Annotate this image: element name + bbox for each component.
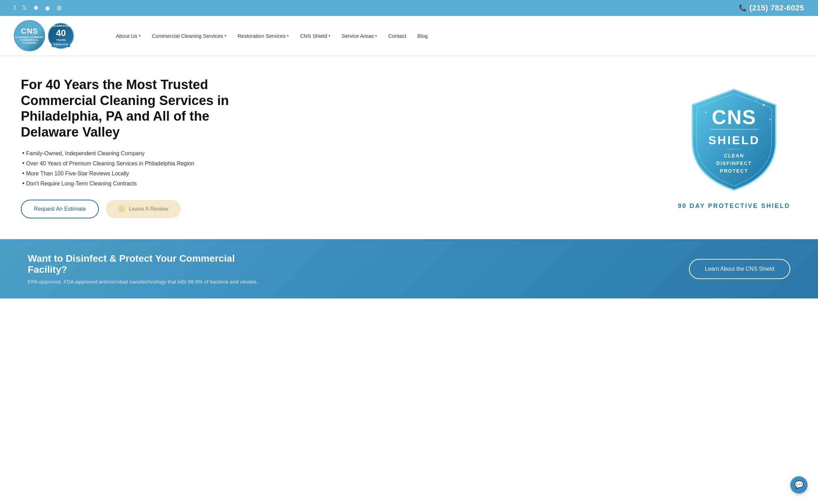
hero-content: For 40 Years the Most Trusted Commercial… bbox=[21, 77, 246, 218]
header: CNS CLEANING COMPANY COMMERCIAL CLEANING… bbox=[0, 16, 818, 56]
cns-shield-chevron-icon: ▾ bbox=[329, 34, 331, 38]
nav-blog[interactable]: Blog bbox=[412, 30, 433, 42]
restoration-chevron-icon: ▾ bbox=[287, 34, 289, 38]
shield-graphic: ✦ ✦ ✦ ✦ CNS SHIELD CLEAN DISFINFECT PROT… bbox=[685, 86, 783, 197]
business-icon[interactable]: ⊞ bbox=[57, 4, 62, 12]
logo-cleaning-text: CLEANING COMPANY bbox=[15, 36, 44, 39]
nav-contact[interactable]: Contact bbox=[383, 30, 411, 42]
leave-review-button[interactable]: Leave A Review bbox=[106, 200, 181, 218]
logo-celebrating-text: CELEBRATING bbox=[51, 24, 71, 28]
phone-area[interactable]: 📞 (215) 782-6025 bbox=[739, 3, 804, 12]
bullet-3: More Than 100 Five-Star Reviews Locally bbox=[21, 170, 246, 177]
whatsapp-icon[interactable]: ◉ bbox=[45, 4, 50, 12]
banner-left: Want to Disinfect & Protect Your Commerc… bbox=[28, 253, 271, 285]
top-bar: f 𝕏 ✺ ◉ ⊞ 📞 (215) 782-6025 bbox=[0, 0, 818, 16]
banner-subtitle: EPA approved, FDA-approved antimicrobial… bbox=[28, 279, 271, 285]
yelp-icon[interactable]: ✺ bbox=[33, 4, 39, 12]
nav-cns-shield[interactable]: CNS Shield ▾ bbox=[295, 30, 335, 42]
svg-text:✦: ✦ bbox=[755, 99, 757, 102]
commercial-chevron-icon: ▾ bbox=[224, 34, 227, 38]
logo-40-text: 40 bbox=[56, 28, 66, 38]
about-chevron-icon: ▾ bbox=[139, 34, 141, 38]
bullet-4: Don't Require Long-Term Cleaning Contrac… bbox=[21, 180, 246, 187]
main-nav: About Us ▾ Commercial Cleaning Services … bbox=[111, 30, 804, 42]
hero-section: For 40 Years the Most Trusted Commercial… bbox=[0, 56, 818, 239]
hero-buttons: Request An Estimate Leave A Review bbox=[21, 200, 246, 218]
svg-text:SHIELD: SHIELD bbox=[708, 133, 760, 147]
facebook-icon[interactable]: f bbox=[14, 5, 16, 12]
svg-text:✦: ✦ bbox=[769, 118, 772, 121]
service-areas-chevron-icon: ▾ bbox=[375, 34, 377, 38]
shield-label: 90 DAY PROTECTIVE SHIELD bbox=[678, 202, 790, 210]
blue-banner: Want to Disinfect & Protect Your Commerc… bbox=[0, 239, 818, 298]
logo-service-banner: SERVICE bbox=[52, 42, 70, 47]
review-dot-icon bbox=[118, 206, 125, 212]
request-estimate-button[interactable]: Request An Estimate bbox=[21, 200, 99, 218]
phone-icon: 📞 bbox=[739, 4, 747, 12]
svg-text:CNS: CNS bbox=[712, 106, 756, 128]
nav-service-areas[interactable]: Service Areas ▾ bbox=[337, 30, 382, 42]
bullet-2: Over 40 Years of Premium Cleaning Servic… bbox=[21, 160, 246, 167]
bullet-1: Family-Owned, Independent Cleaning Compa… bbox=[21, 150, 246, 157]
hero-title: For 40 Years the Most Trusted Commercial… bbox=[21, 77, 246, 140]
logo-main: CNS CLEANING COMPANY COMMERCIAL CLEANING bbox=[14, 20, 45, 51]
nav-about-us[interactable]: About Us ▾ bbox=[111, 30, 146, 42]
logo-celebrating: CELEBRATING 40 YEARS SERVICE bbox=[48, 23, 74, 49]
svg-text:✦: ✦ bbox=[705, 111, 707, 114]
svg-text:PROTECT: PROTECT bbox=[720, 168, 748, 174]
svg-text:DISFINFECT: DISFINFECT bbox=[716, 160, 752, 166]
logo-area: CNS CLEANING COMPANY COMMERCIAL CLEANING… bbox=[14, 20, 90, 51]
svg-text:✦: ✦ bbox=[762, 102, 766, 108]
hero-bullets: Family-Owned, Independent Cleaning Compa… bbox=[21, 150, 246, 187]
svg-text:CLEAN: CLEAN bbox=[724, 153, 744, 158]
logo-years-text: YEARS bbox=[56, 38, 66, 42]
nav-commercial-cleaning[interactable]: Commercial Cleaning Services ▾ bbox=[147, 30, 231, 42]
banner-title: Want to Disinfect & Protect Your Commerc… bbox=[28, 253, 271, 275]
logo-commercial-text: COMMERCIAL CLEANING bbox=[15, 39, 44, 45]
logo-cns-text: CNS bbox=[21, 27, 38, 36]
phone-number: (215) 782-6025 bbox=[750, 3, 804, 12]
twitter-icon[interactable]: 𝕏 bbox=[22, 4, 27, 12]
social-icons: f 𝕏 ✺ ◉ ⊞ bbox=[14, 4, 62, 12]
nav-restoration[interactable]: Restoration Services ▾ bbox=[233, 30, 294, 42]
shield-area: ✦ ✦ ✦ ✦ CNS SHIELD CLEAN DISFINFECT PROT… bbox=[678, 86, 790, 210]
learn-cns-shield-button[interactable]: Learn About the CNS Shield bbox=[689, 259, 790, 279]
